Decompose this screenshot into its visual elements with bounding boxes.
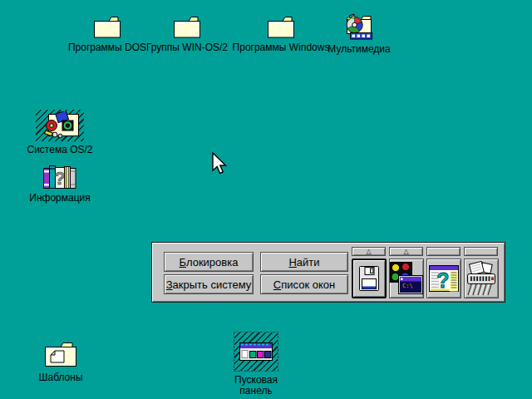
folder-icon <box>93 16 121 39</box>
launchpad-icon-drive-a[interactable] <box>352 259 387 298</box>
lock-button[interactable]: Блокировка <box>164 252 254 272</box>
launchpad-panel: Блокировка Найти Закрыть систему Список … <box>151 242 505 303</box>
desktop-icon-information[interactable]: ? Информация <box>20 163 100 204</box>
shredder-icon <box>465 261 498 296</box>
templates-folder-icon <box>42 338 79 369</box>
help-information-icon: ? <box>427 264 461 293</box>
find-button[interactable]: Найти <box>260 252 348 272</box>
drive-a-floppy-icon <box>358 265 380 292</box>
launchpad-icon-os2-window[interactable]: C:\ <box>389 259 424 298</box>
find-button-label: Найти <box>288 256 319 268</box>
drawer-button-os2-window[interactable]: △ <box>389 247 423 256</box>
drawer-up-arrow-icon: △ <box>403 249 408 255</box>
desktop: Программы DOS Группы WIN-OS/2 Программы … <box>0 0 532 399</box>
drawer-button-shredder[interactable] <box>464 247 498 256</box>
desktop-icon-launchpad-object[interactable]: Пусковая панель <box>218 332 294 397</box>
folder-icon <box>267 16 295 39</box>
icon-label: Шаблоны <box>38 372 82 383</box>
os2-command-window-icon: C:\ <box>390 262 423 295</box>
icon-label: Программы DOS <box>68 42 146 53</box>
desktop-icon-multimedia[interactable]: Мультимедиа <box>318 13 401 55</box>
icon-label: Группы WIN-OS/2 <box>146 42 228 53</box>
shutdown-button[interactable]: Закрыть систему <box>164 274 254 294</box>
desktop-icon-templates[interactable]: Шаблоны <box>21 338 101 383</box>
lock-button-label: Блокировка <box>180 256 239 268</box>
shutdown-button-label: Закрыть систему <box>166 278 252 291</box>
drawer-button-help[interactable] <box>426 247 461 256</box>
icon-label: Программы Windows <box>233 42 330 53</box>
icon-label: Информация <box>29 193 90 204</box>
question-glyph: ? <box>54 168 65 189</box>
desktop-icon-win-os2-groups[interactable]: Группы WIN-OS/2 <box>145 16 229 53</box>
icon-label: Мультимедиа <box>328 44 390 55</box>
desktop-icon-os2-system[interactable]: Система OS/2 <box>20 110 100 155</box>
icon-label: Система OS/2 <box>27 145 92 155</box>
mouse-cursor <box>212 152 229 175</box>
folder-icon <box>173 16 201 39</box>
information-books-icon: ? <box>42 163 78 190</box>
icon-label: Пусковая панель <box>222 375 290 397</box>
launchpad-icon-help[interactable]: ? <box>426 259 461 298</box>
os2-system-folder-icon <box>36 110 84 141</box>
launchpad-object-icon <box>234 332 278 372</box>
question-glyph: ? <box>436 268 449 292</box>
drawer-up-arrow-icon: △ <box>366 249 371 255</box>
desktop-icon-windows-programs[interactable]: Программы Windows <box>235 16 327 53</box>
desktop-icon-dos-programs[interactable]: Программы DOS <box>66 16 149 53</box>
drawer-button-drive-a[interactable]: △ <box>352 247 386 256</box>
launchpad-icon-shredder[interactable] <box>464 259 499 298</box>
window-list-button[interactable]: Список окон <box>260 274 348 294</box>
prompt-text: C:\ <box>402 283 413 289</box>
window-list-button-label: Список окон <box>273 278 335 291</box>
multimedia-folder-icon <box>343 13 375 41</box>
